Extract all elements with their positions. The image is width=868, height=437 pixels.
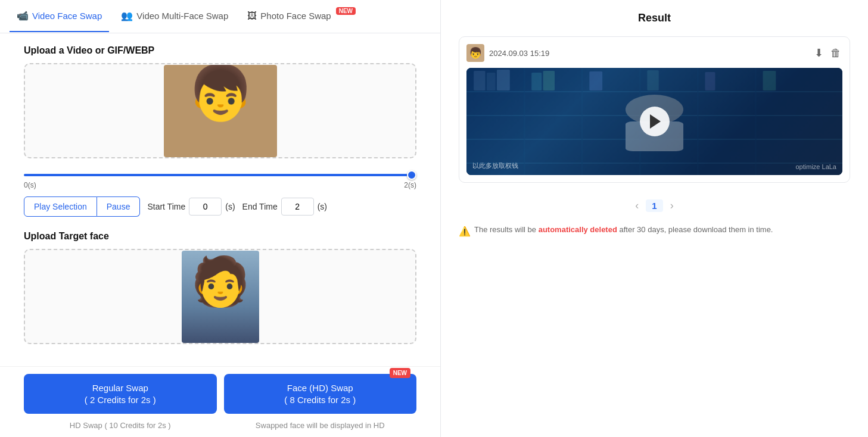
result-thumb-small: 👦 — [466, 44, 484, 62]
bottom-buttons: Regular Swap ( 2 Credits for 2s ) NEW Fa… — [0, 366, 440, 419]
start-time-input[interactable] — [189, 198, 222, 216]
hd-swap-link[interactable]: HD Swap ( 10 Credits for 2s ) — [24, 421, 217, 430]
hd-swap-label: Face (HD) Swap — [287, 383, 353, 393]
slider-label-start: 0(s) — [24, 181, 36, 189]
svg-rect-12 — [497, 70, 510, 90]
svg-rect-13 — [531, 73, 542, 90]
warning-icon: ⚠️ — [459, 224, 471, 239]
regular-swap-label: Regular Swap — [92, 383, 148, 393]
warning-normal-1: The results will be — [474, 225, 539, 234]
tab-multi-label: Video Multi-Face Swap — [136, 11, 228, 21]
upload-face-title: Upload Target face — [24, 231, 416, 242]
video-thumbnail: 👦 — [164, 65, 277, 157]
photo-icon: 🖼 — [247, 11, 257, 21]
regular-swap-button[interactable]: Regular Swap ( 2 Credits for 2s ) — [24, 374, 217, 414]
svg-rect-16 — [647, 70, 658, 90]
result-date: 2024.09.03 15:19 — [489, 49, 549, 58]
start-time-label: Start Time — [147, 202, 185, 211]
child-emoji: 👦 — [187, 65, 254, 124]
video-icon: 📹 — [17, 10, 29, 21]
slider-labels: 0(s) 2(s) — [24, 181, 416, 189]
play-pause-group: Play Selection Pause — [24, 196, 140, 217]
end-time-label: End Time — [242, 202, 278, 211]
slider-label-end: 2(s) — [404, 181, 416, 189]
svg-rect-10 — [474, 71, 485, 90]
upload-video-title: Upload a Video or GIF/WEBP — [24, 45, 416, 56]
result-card-meta: 👦 2024.09.03 15:19 — [466, 44, 549, 62]
thumb-emoji: 👦 — [469, 46, 482, 60]
play-triangle-icon — [650, 114, 661, 129]
play-button[interactable] — [640, 107, 670, 136]
tab-photo-label: Photo Face Swap — [260, 11, 331, 21]
start-time-unit: (s) — [225, 202, 235, 211]
result-video-preview[interactable]: 以此多放取权钱 optimize LaLa — [466, 68, 842, 175]
video-overlay-logo: optimize LaLa — [796, 163, 837, 170]
regular-swap-sub: ( 2 Credits for 2s ) — [85, 395, 156, 405]
download-button[interactable]: ⬇ — [813, 45, 825, 61]
right-panel: Result 👦 2024.09.03 15:19 ⬇ 🗑 — [441, 0, 868, 437]
tab-bar: 📹 Video Face Swap 👥 Video Multi-Face Swa… — [0, 0, 440, 33]
young-man-emoji: 🧑 — [191, 254, 250, 310]
result-title: Result — [459, 12, 850, 24]
face-upload-area[interactable]: 🧑 — [24, 249, 416, 344]
result-card: 👦 2024.09.03 15:19 ⬇ 🗑 — [459, 36, 850, 183]
timeline-slider-container: 0(s) 2(s) — [24, 168, 416, 189]
warning-highlight: automatically deleted — [539, 225, 617, 234]
svg-rect-18 — [763, 71, 776, 90]
delete-button[interactable]: 🗑 — [829, 45, 842, 61]
pagination: ‹ 1 › — [459, 199, 850, 212]
result-actions: ⬇ 🗑 — [813, 45, 842, 61]
current-page: 1 — [646, 199, 662, 212]
hd-swap-sub: ( 8 Credits for 2s ) — [284, 395, 356, 405]
pause-button[interactable]: Pause — [97, 196, 141, 217]
timeline-slider[interactable] — [24, 174, 416, 176]
result-card-header: 👦 2024.09.03 15:19 ⬇ 🗑 — [466, 44, 842, 62]
svg-rect-14 — [543, 71, 555, 90]
hd-swap-button[interactable]: NEW Face (HD) Swap ( 8 Credits for 2s ) — [224, 374, 417, 414]
svg-rect-11 — [487, 73, 496, 90]
bottom-links: HD Swap ( 10 Credits for 2s ) Swapped fa… — [0, 419, 440, 437]
warning-content: The results will be automatically delete… — [474, 224, 773, 236]
new-badge: NEW — [336, 7, 356, 15]
tab-video-face-swap[interactable]: 📹 Video Face Swap — [10, 1, 109, 32]
hd-desc: Swapped face will be displayed in HD — [224, 421, 417, 430]
warning-normal-2: after 30 days, please download them in t… — [617, 225, 773, 234]
end-time-unit: (s) — [318, 202, 327, 211]
svg-rect-17 — [705, 72, 715, 90]
play-selection-button[interactable]: Play Selection — [24, 196, 97, 217]
target-face-thumbnail: 🧑 — [182, 251, 259, 343]
left-panel: 📹 Video Face Swap 👥 Video Multi-Face Swa… — [0, 0, 441, 437]
next-page-button[interactable]: › — [670, 199, 674, 212]
video-overlay-text: 以此多放取权钱 — [472, 161, 518, 170]
end-time-group: End Time (s) — [242, 198, 327, 216]
multi-face-icon: 👥 — [121, 10, 133, 21]
tab-photo-face-swap[interactable]: 🖼 Photo Face Swap NEW — [240, 1, 363, 32]
tab-video-label: Video Face Swap — [32, 11, 102, 21]
prev-page-button[interactable]: ‹ — [635, 199, 639, 212]
svg-rect-15 — [589, 71, 602, 90]
main-content: Upload a Video or GIF/WEBP 👦 0(s) 2(s) P… — [0, 33, 440, 366]
tab-video-multi-face-swap[interactable]: 👥 Video Multi-Face Swap — [114, 1, 235, 32]
video-upload-area[interactable]: 👦 — [24, 63, 416, 158]
end-time-input[interactable] — [281, 198, 314, 216]
warning-text: ⚠️ The results will be automatically del… — [459, 224, 850, 239]
start-time-group: Start Time (s) — [147, 198, 235, 216]
hd-new-badge: NEW — [390, 368, 410, 378]
play-controls: Play Selection Pause Start Time (s) End … — [24, 196, 416, 217]
